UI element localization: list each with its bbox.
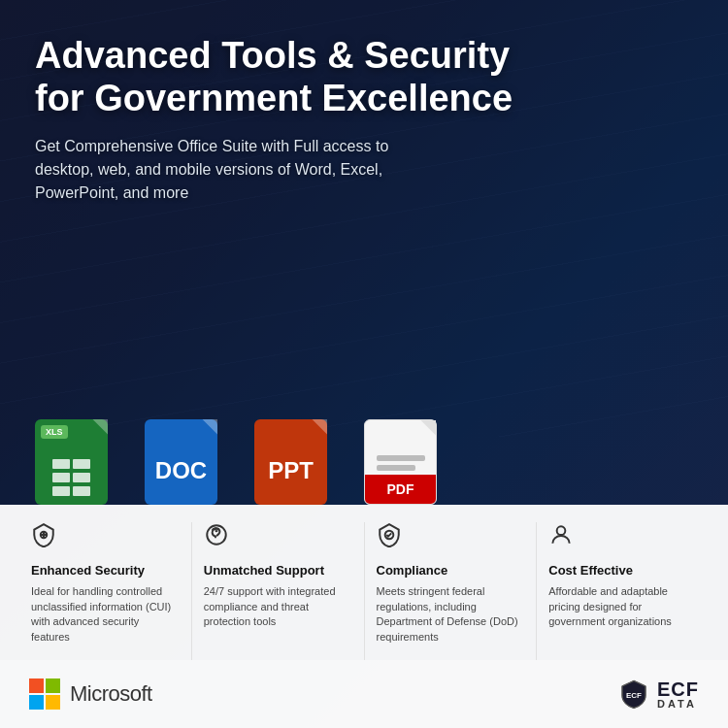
ms-cell-blue (29, 695, 44, 710)
cost-effective-desc: Affordable and adaptable pricing designe… (548, 584, 697, 629)
security-icon (31, 522, 180, 553)
svg-point-4 (557, 526, 566, 535)
cost-icon (548, 522, 697, 553)
xls-icon: XLS (35, 419, 108, 505)
enhanced-security-desc: Ideal for handling controlled unclassifi… (31, 584, 180, 645)
doc-icon: DOC (145, 419, 217, 505)
compliance-title: Compliance (377, 563, 525, 579)
enhanced-security-title: Enhanced Security (31, 563, 180, 579)
feature-compliance: Compliance Meets stringent federal regul… (365, 522, 538, 660)
ecf-logo: ECF ECF DATA (618, 678, 699, 710)
doc-label: DOC (155, 457, 207, 484)
ecf-sub-label: DATA (657, 699, 699, 710)
ms-cell-green (46, 678, 60, 693)
microsoft-grid-icon (29, 678, 60, 710)
ecf-main-label: ECF (657, 679, 699, 699)
svg-text:ECF: ECF (626, 691, 642, 700)
icons-area: XLS (0, 224, 728, 504)
ppt-icon: PPT (254, 419, 327, 505)
ppt-label: PPT (268, 457, 314, 484)
microsoft-label: Microsoft (70, 681, 152, 707)
cost-effective-title: Cost Effective (548, 563, 697, 579)
hero-section: Advanced Tools & Security for Government… (0, 0, 728, 224)
feature-enhanced-security: Enhanced Security Ideal for handling con… (19, 522, 192, 660)
svg-point-2 (215, 530, 216, 531)
bottom-bar: Microsoft ECF ECF DATA (0, 660, 728, 728)
unmatched-support-desc: 24/7 support with integrated compliance … (204, 584, 352, 629)
features-section: Enhanced Security Ideal for handling con… (0, 505, 728, 660)
pdf-icon: PDF (364, 419, 437, 505)
support-icon (204, 522, 352, 553)
pdf-label: PDF (387, 481, 414, 497)
microsoft-logo: Microsoft (29, 678, 152, 710)
hero-title: Advanced Tools & Security for Government… (35, 35, 520, 119)
compliance-icon (377, 522, 525, 553)
ecf-shield-icon: ECF (618, 678, 649, 710)
hero-subtitle: Get Comprehensive Office Suite with Full… (35, 135, 443, 205)
compliance-desc: Meets stringent federal regulations, inc… (377, 584, 525, 645)
file-icons-row: XLS (0, 419, 728, 505)
feature-unmatched-support: Unmatched Support 24/7 support with inte… (192, 522, 365, 660)
feature-cost-effective: Cost Effective Affordable and adaptable … (537, 522, 709, 660)
ms-cell-yellow (46, 695, 60, 710)
ecf-text-group: ECF DATA (657, 679, 699, 710)
ms-cell-red (29, 678, 44, 693)
xls-badge: XLS (41, 425, 68, 439)
unmatched-support-title: Unmatched Support (204, 563, 352, 579)
